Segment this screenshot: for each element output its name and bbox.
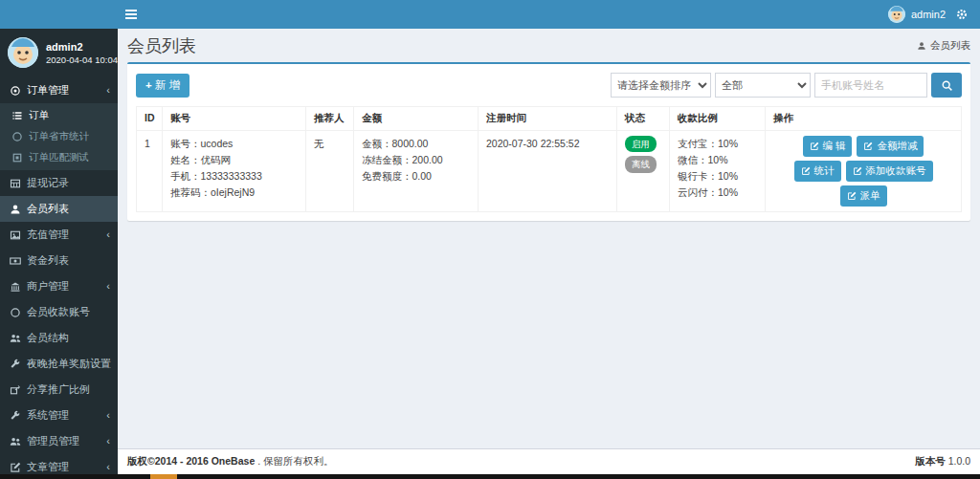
edit-button[interactable]: 编 辑 — [803, 136, 853, 157]
cell-reg-time: 2020-07-30 22:55:52 — [479, 131, 617, 212]
breadcrumb-label: 会员列表 — [930, 39, 970, 53]
sidebar-item-member-structure[interactable]: 会员结构 — [0, 325, 118, 351]
chevron-left-icon: ‹ — [106, 410, 112, 421]
sidebar-item-label: 订单管理 — [27, 83, 69, 98]
member-table: ID 账号 推荐人 金额 注册时间 状态 收款比例 操作 1 账号：uco — [136, 106, 962, 212]
sidebar-item-share-promotion-ratio[interactable]: 分享推广比例 — [0, 377, 118, 403]
wrench-icon — [10, 359, 21, 370]
sidebar-item-member-list[interactable]: 会员列表 — [0, 196, 118, 222]
footer: 版权©2014 - 2016 OneBase . 保留所有权利。 版本号 1.0… — [118, 448, 980, 474]
user-icon — [10, 204, 21, 215]
cell-status: 启用 离线 — [617, 131, 670, 212]
square-icon — [11, 152, 23, 163]
stats-button[interactable]: 统计 — [794, 161, 841, 182]
sidebar-item-member-payment-accounts[interactable]: 会员收款账号 — [0, 299, 118, 325]
sidebar-item-label: 分享推广比例 — [27, 382, 90, 397]
sidebar-item-orders[interactable]: 订单 — [0, 105, 118, 126]
add-payment-account-button[interactable]: 添加收款账号 — [846, 161, 933, 182]
sidebar-item-label: 系统管理 — [27, 408, 69, 423]
col-actions: 操作 — [766, 107, 962, 131]
share-icon — [10, 384, 21, 396]
top-navbar: admin2 — [0, 0, 980, 29]
footer-copyright: 版权©2014 - 2016 OneBase . 保留所有权利。 — [127, 455, 334, 468]
sidebar-item-label: 会员列表 — [27, 202, 69, 216]
cell-actions: 编 辑 金额增减 — [766, 131, 962, 212]
page-title: 会员列表 — [127, 34, 196, 57]
status-badge-enabled: 启用 — [625, 136, 657, 152]
sidebar-item-system-management[interactable]: 系统管理 ‹ — [0, 403, 118, 428]
plus-icon: + — [145, 79, 152, 91]
settings-gear-icon[interactable] — [953, 6, 970, 23]
sidebar-item-order-province-stats[interactable]: 订单省市统计 — [0, 126, 118, 147]
cell-ratio: 支付宝：10% 微信：10% 银行卡：10% 云闪付：10% — [670, 131, 766, 212]
sidebar-item-label: 夜晚抢单奖励设置 — [27, 357, 111, 371]
add-member-button[interactable]: + 新 增 — [136, 74, 189, 98]
table-header-row: ID 账号 推荐人 金额 注册时间 状态 收款比例 操作 — [137, 107, 962, 131]
footer-version: 版本号 1.0.0 — [915, 455, 970, 468]
navbar-username: admin2 — [911, 9, 946, 20]
sidebar-toggle-icon[interactable] — [125, 0, 150, 29]
user-icon — [917, 41, 926, 51]
sidebar-item-label: 资金列表 — [27, 253, 69, 268]
member-list-panel: + 新 增 请选择金额排序 全部 — [127, 62, 970, 221]
taskbar-orange-segment — [150, 474, 177, 479]
chevron-left-icon: ‹ — [106, 229, 112, 240]
sidebar-item-night-order-reward-settings[interactable]: 夜晚抢单奖励设置 — [0, 351, 118, 377]
sidebar-item-withdraw-records[interactable]: 提现记录 — [0, 170, 118, 196]
sidebar-submenu-orders: 订单 订单省市统计 订单匹配测试 — [0, 103, 118, 170]
sidebar-item-label: 订单 — [29, 109, 49, 122]
sidebar-item-label: 订单匹配测试 — [29, 151, 89, 164]
add-button-label: 新 增 — [155, 78, 180, 93]
circle-icon — [11, 131, 23, 142]
users-icon — [10, 333, 21, 344]
sidebar-item-label: 会员收款账号 — [27, 305, 90, 319]
chevron-left-icon: ‹ — [106, 462, 112, 472]
col-ratio: 收款比例 — [670, 107, 766, 131]
cell-amount: 金额：8000.00 冻结金额：200.00 免费额度：0.00 — [354, 131, 479, 212]
list-icon — [11, 110, 23, 121]
sidebar-item-label: 商户管理 — [27, 279, 69, 294]
avatar — [888, 6, 905, 23]
edit-icon — [810, 142, 819, 151]
dot-circle-icon — [10, 85, 21, 97]
sidebar-item-admin-management[interactable]: 管理员管理 ‹ — [0, 428, 118, 454]
sidebar-item-label: 提现记录 — [27, 176, 69, 190]
sidebar-item-recharge-management[interactable]: 充值管理 ‹ — [0, 222, 118, 248]
bank-icon — [10, 281, 21, 293]
col-account: 账号 — [163, 107, 306, 131]
sidebar-item-order-management[interactable]: 订单管理 ‹ — [0, 77, 118, 103]
search-icon — [941, 79, 953, 92]
bottom-taskbar-strip — [0, 474, 980, 479]
amount-sort-select[interactable]: 请选择金额排序 — [611, 73, 711, 98]
sidebar-item-merchant-management[interactable]: 商户管理 ‹ — [0, 273, 118, 299]
scope-select[interactable]: 全部 — [715, 73, 811, 98]
amount-adjust-button[interactable]: 金额增减 — [857, 136, 924, 157]
navbar-user-menu[interactable]: admin2 — [888, 6, 946, 23]
breadcrumb[interactable]: 会员列表 — [917, 39, 970, 53]
main-content: 会员列表 会员列表 + 新 增 请选择金额排序 全部 — [118, 29, 980, 474]
col-id: ID — [137, 107, 163, 131]
wrench-icon — [10, 410, 21, 422]
users-icon — [10, 436, 21, 447]
edit-icon — [10, 462, 21, 473]
cell-account: 账号：ucodes 姓名：优码网 手机：13333333333 推荐码：oIej… — [163, 131, 306, 212]
status-badge-offline: 离线 — [625, 156, 657, 172]
sidebar-item-label: 文章管理 — [27, 460, 69, 474]
cell-id: 1 — [137, 131, 163, 212]
search-input[interactable] — [814, 73, 927, 98]
edit-icon — [847, 191, 857, 201]
sidebar-item-label: 管理员管理 — [27, 434, 79, 448]
chevron-left-icon: ‹ — [106, 85, 112, 96]
col-reg-time: 注册时间 — [479, 107, 617, 131]
col-amount: 金额 — [354, 107, 479, 131]
sidebar-item-funds-list[interactable]: 资金列表 — [0, 248, 118, 273]
table-icon — [10, 178, 21, 189]
col-referrer: 推荐人 — [306, 107, 354, 131]
search-button[interactable] — [931, 73, 962, 98]
sidebar-item-label: 充值管理 — [27, 228, 69, 242]
sidebar-item-order-match-test[interactable]: 订单匹配测试 — [0, 147, 118, 168]
circle-icon — [10, 307, 21, 318]
edit-icon — [853, 166, 862, 176]
dispatch-order-button[interactable]: 派单 — [840, 185, 887, 207]
sidebar-menu: 订单管理 ‹ 订单 订单省市统计 订单匹配测试 提现记录 — [0, 77, 118, 479]
